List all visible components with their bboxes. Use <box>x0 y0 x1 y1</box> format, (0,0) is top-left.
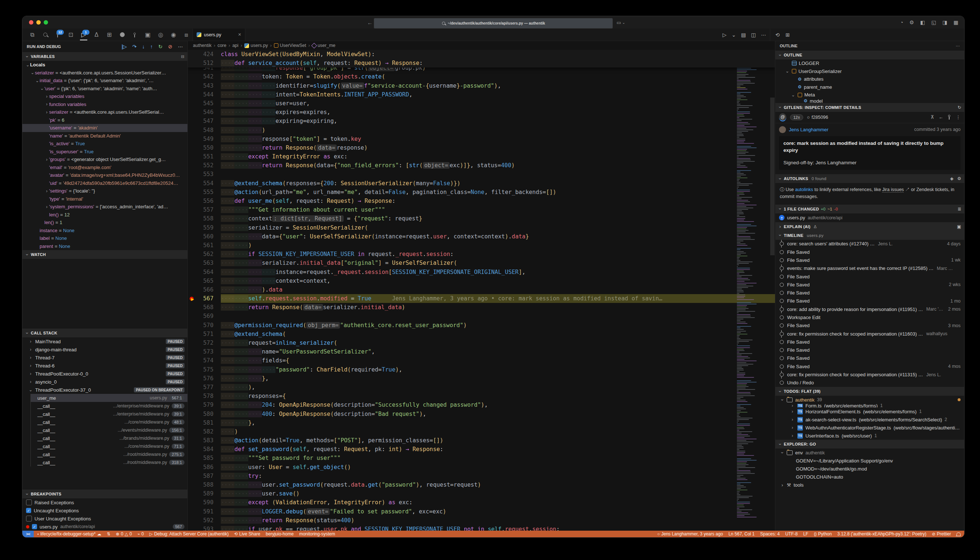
changed-file-row[interactable]: ± users.py authentik/core/api <box>775 213 964 222</box>
stack-frame-row[interactable]: user_meusers.py567:1 <box>31 394 187 402</box>
tab-users-py[interactable]: users.py ✕ <box>193 28 245 41</box>
gutter-breakpoint-area[interactable] <box>188 135 197 143</box>
gutter-breakpoint-area[interactable] <box>188 480 197 489</box>
gutter-breakpoint-area[interactable] <box>188 250 197 258</box>
outline-item[interactable]: ⚙attributes <box>775 75 964 83</box>
gutter-breakpoint-area[interactable] <box>188 453 197 462</box>
breakpoint-checkbox[interactable]: ✓ <box>32 524 37 529</box>
step-into-icon[interactable]: ↓ <box>142 43 145 50</box>
code-line[interactable]: 571····@extend_schema( <box>188 330 775 338</box>
layout-sidebar-left-icon[interactable]: ◧ <box>920 20 925 25</box>
step-over-icon[interactable]: ↷ <box>132 43 137 50</box>
pin-icon[interactable]: ⊼ <box>930 114 934 120</box>
kebab-icon[interactable]: ⋮ <box>956 114 960 120</box>
gutter-breakpoint-area[interactable] <box>188 241 197 250</box>
code-line[interactable]: 566············).data <box>188 285 775 294</box>
code-line[interactable]: 546················expires=expires, <box>188 108 775 117</box>
code-line[interactable]: 550············return Response(data=resp… <box>188 143 775 152</box>
code-line[interactable]: 586········user: User = self.get_object(… <box>188 463 775 472</box>
code-line[interactable]: 567········self.request.session.modified… <box>188 294 775 303</box>
code-line[interactable]: 544················intent=TokenIntents.I… <box>188 90 775 99</box>
code-line[interactable]: 584····def set_password(self, request: R… <box>188 445 775 453</box>
breakpoint-row[interactable]: ✓Uncaught Exceptions <box>22 507 187 515</box>
timeline-item[interactable]: File Saved4 mos <box>775 362 964 370</box>
timeline-item[interactable]: File Saved <box>775 338 964 346</box>
gutter-breakpoint-area[interactable] <box>188 445 197 453</box>
gitlens-avatar[interactable]: @ <box>779 113 787 122</box>
status-bar-item[interactable]: ⊗0△0 <box>116 532 132 537</box>
variable-row[interactable]: 'type'='internal' <box>22 195 187 203</box>
disconnect-icon[interactable]: ⊘ <box>168 43 172 50</box>
more-actions-icon[interactable]: ⋯ <box>956 43 960 48</box>
status-bar-item[interactable]: ⟲Live Share <box>234 532 260 537</box>
variable-row[interactable]: ›'system_permissions'=['access_admin_int… <box>22 203 187 211</box>
variable-row[interactable]: len()=1 <box>22 218 187 227</box>
variable-row[interactable]: ›'groups'=<generator object UserSelfSeri… <box>22 155 187 163</box>
breakpoint-checkbox[interactable]: ✓ <box>26 508 31 513</box>
todo-file-row[interactable]: ›TSForm.ts (web/src/elements/forms)1 <box>775 404 964 407</box>
variable-row[interactable]: 'username'='akadmin' <box>22 124 187 132</box>
gutter-breakpoint-area[interactable] <box>188 170 197 178</box>
todos-section-header[interactable]: › TODOS: FLAT (39) <box>775 387 964 396</box>
timeline-item[interactable]: File Saved <box>775 272 964 280</box>
gutter-breakpoint-area[interactable] <box>188 392 197 400</box>
outline-item[interactable]: LOGGER <box>775 59 964 67</box>
breakpoint-row[interactable]: ✓users.pyauthentik/core/api567 <box>22 523 187 531</box>
maximize-window-button[interactable] <box>43 20 48 25</box>
status-bar-item[interactable] <box>957 532 960 536</box>
pull-request-icon[interactable] <box>130 29 140 40</box>
explorer-icon[interactable]: ⧉ <box>28 29 37 40</box>
customize-layout-icon[interactable]: ▦ <box>953 20 958 25</box>
layout-panel-icon[interactable]: ◱ <box>931 20 936 25</box>
code-line[interactable]: 570····@permission_required(obj_perm="au… <box>188 321 775 330</box>
compare-icon[interactable] <box>948 114 952 120</box>
status-bar-item[interactable]: UTF-8 <box>785 532 798 537</box>
gutter-breakpoint-area[interactable] <box>188 312 197 320</box>
testing-icon[interactable]: Δ <box>92 29 101 40</box>
code-line[interactable]: 560············data={"user": UserSelfSer… <box>188 232 775 241</box>
ports-icon[interactable]: ⧈ <box>182 29 191 40</box>
timeline-item[interactable]: File Saved <box>775 354 964 362</box>
gutter-breakpoint-area[interactable] <box>188 294 197 303</box>
gutter-breakpoint-area[interactable] <box>188 82 197 90</box>
timeline-item[interactable]: core: add ability to provide reason for … <box>775 305 964 313</box>
status-bar-item[interactable]: 3.12.8 ('authentik-xEAhpGPh-py3.12': Poe… <box>837 532 927 537</box>
stack-frame-row[interactable]: __call__.../enterprise/middleware.py39:1 <box>31 410 187 418</box>
code-line[interactable]: 582····) <box>188 427 775 436</box>
gutter-breakpoint-area[interactable] <box>188 347 197 356</box>
timeline-item[interactable]: File Saved1 wk <box>775 256 964 264</box>
layout-sidebar-right-icon[interactable]: ◨ <box>943 20 947 25</box>
code-line[interactable]: 564················instance=request._req… <box>188 268 775 277</box>
run-python-icon[interactable]: ▷ <box>723 32 727 38</box>
timeline-item[interactable]: File Saved <box>775 346 964 354</box>
variable-row[interactable]: 'pk'=6 <box>22 116 187 124</box>
code-line[interactable]: 541················response["group_pk"] … <box>188 67 775 72</box>
outline-item[interactable]: ⌄Meta <box>775 91 964 99</box>
variable-row[interactable]: ›'settings'={'locale': ''} <box>22 187 187 195</box>
gitlens-icon[interactable]: ◎ <box>156 29 165 40</box>
code-line[interactable]: 558········context: dict[str, Request] =… <box>188 214 775 223</box>
code-line[interactable]: 580············400: OpenApiResponse(desc… <box>188 410 775 418</box>
stack-frame-row[interactable]: __call__.../brands/middleware.py31:1 <box>31 434 187 442</box>
todo-root-row[interactable]: › authentik 39 <box>775 396 964 404</box>
todo-file-row[interactable]: ›TSHorizontalFormElement.ts (web/src/ele… <box>775 407 964 415</box>
timeline-item[interactable]: Workspace Edit <box>775 313 964 321</box>
close-icon[interactable]: ✕ <box>238 32 241 37</box>
variable-row[interactable]: ›special variables <box>22 92 187 100</box>
code-line[interactable]: 561········) <box>188 241 775 250</box>
outline-item[interactable]: ⚙model <box>775 99 964 103</box>
timeline-item[interactable]: core: search users' attributes (#12740) … <box>775 240 964 248</box>
refresh-icon[interactable]: ↻ <box>958 105 961 110</box>
code-line[interactable]: 578········responses={ <box>188 392 775 400</box>
code-line[interactable]: 583····@action(detail=True, methods=["PO… <box>188 436 775 445</box>
commit-sha[interactable]: ○f285096 <box>807 115 828 120</box>
breakpoint-row[interactable]: User Uncaught Exceptions <box>22 515 187 523</box>
gutter-breakpoint-area[interactable] <box>188 205 197 214</box>
code-line[interactable]: 424class UserViewSet(UsedByMixin, ModelV… <box>188 50 775 59</box>
variable-row[interactable]: 'name'='authentik Default Admin' <box>22 132 187 140</box>
variables-section-header[interactable]: › VARIABLES ⊟ <box>22 52 187 61</box>
jira-issues-link[interactable]: Jira issues <box>882 187 904 193</box>
gutter-breakpoint-area[interactable] <box>188 59 197 67</box>
gutter-breakpoint-area[interactable] <box>188 472 197 480</box>
code-line[interactable]: 547················expiring=expiring, <box>188 117 775 125</box>
